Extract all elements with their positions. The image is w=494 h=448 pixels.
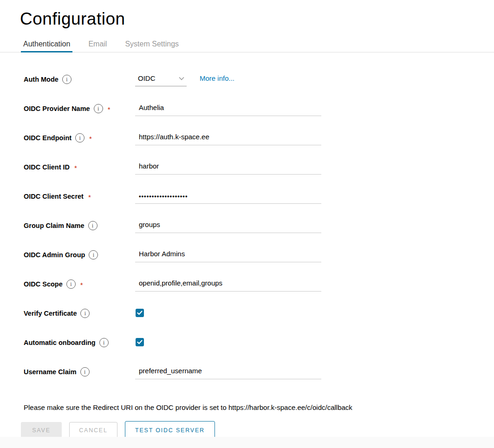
info-icon[interactable]: i [89, 250, 98, 260]
tab-system-settings[interactable]: System Settings [123, 40, 181, 52]
oidc-provider-name-label: OIDC Provider Name [24, 105, 90, 112]
required-marker: * [74, 162, 77, 172]
info-icon[interactable]: i [75, 133, 84, 143]
required-marker: * [108, 104, 110, 113]
info-icon[interactable]: i [66, 279, 76, 289]
group-claim-name-input[interactable] [135, 221, 321, 233]
form-row-oidc-endpoint: OIDC Endpoint i * [24, 133, 494, 162]
automatic-onboarding-checkbox[interactable] [136, 338, 144, 346]
chevron-down-icon [179, 77, 184, 80]
save-button[interactable]: SAVE [21, 422, 62, 439]
info-icon[interactable]: i [88, 221, 98, 230]
form-row-group-claim-name: Group Claim Name i [24, 221, 494, 250]
page-header: Configuration [0, 0, 494, 29]
verify-certificate-checkbox[interactable] [136, 309, 144, 317]
tab-bar: Authentication Email System Settings [0, 40, 494, 52]
auth-mode-selected-value: OIDC [138, 74, 156, 82]
required-marker: * [80, 279, 83, 289]
oidc-endpoint-label: OIDC Endpoint [24, 134, 72, 142]
form-row-oidc-provider-name: OIDC Provider Name i * [24, 104, 494, 133]
info-icon[interactable]: i [62, 75, 72, 84]
form-row-oidc-admin-group: OIDC Admin Group i [24, 250, 494, 279]
form-row-oidc-client-secret: OIDC Client Secret * [24, 191, 494, 221]
tab-authentication[interactable]: Authentication [21, 40, 72, 52]
oidc-client-secret-label: OIDC Client Secret [24, 193, 84, 200]
username-claim-label: Username Claim [24, 368, 77, 376]
oidc-admin-group-label: OIDC Admin Group [24, 251, 85, 259]
form-row-username-claim: Username Claim i [24, 367, 494, 396]
verify-certificate-label: Verify Certificate [24, 310, 77, 317]
username-claim-input[interactable] [135, 367, 321, 379]
form-row-verify-certificate: Verify Certificate i [24, 308, 494, 338]
form-row-oidc-client-id: OIDC Client ID * [24, 162, 494, 191]
oidc-client-id-label: OIDC Client ID [24, 163, 70, 171]
configuration-page: Configuration Authentication Email Syste… [0, 0, 494, 448]
more-info-link[interactable]: More info... [200, 74, 234, 82]
required-marker: * [89, 133, 92, 143]
info-icon[interactable]: i [99, 338, 109, 347]
redirect-uri-note: Please make sure the Redirect URI on the… [24, 403, 494, 411]
group-claim-name-label: Group Claim Name [24, 222, 84, 229]
required-marker: * [88, 192, 91, 201]
tab-email[interactable]: Email [86, 40, 109, 52]
info-icon[interactable]: i [94, 104, 103, 113]
automatic-onboarding-label: Automatic onboarding [24, 339, 96, 346]
form-row-auth-mode: Auth Mode i OIDC More info... [24, 74, 494, 104]
oidc-provider-name-input[interactable] [135, 104, 321, 116]
form-row-automatic-onboarding: Automatic onboarding i [24, 338, 494, 367]
info-icon[interactable]: i [80, 367, 90, 377]
oidc-client-secret-input[interactable] [135, 191, 321, 204]
info-icon[interactable]: i [80, 309, 90, 318]
oidc-endpoint-input[interactable] [135, 133, 321, 145]
authentication-form: Auth Mode i OIDC More info... OIDC Provi… [0, 52, 494, 396]
cancel-button[interactable]: CANCEL [69, 422, 117, 439]
auth-mode-select[interactable]: OIDC [135, 74, 187, 86]
page-title: Configuration [20, 9, 494, 29]
form-row-oidc-scope: OIDC Scope i * [24, 279, 494, 308]
oidc-scope-label: OIDC Scope [24, 280, 63, 288]
oidc-scope-input[interactable] [135, 279, 321, 292]
auth-mode-label: Auth Mode [24, 76, 58, 83]
oidc-admin-group-input[interactable] [135, 250, 321, 262]
oidc-client-id-input[interactable] [135, 162, 321, 175]
page-footer-strip [0, 437, 494, 448]
